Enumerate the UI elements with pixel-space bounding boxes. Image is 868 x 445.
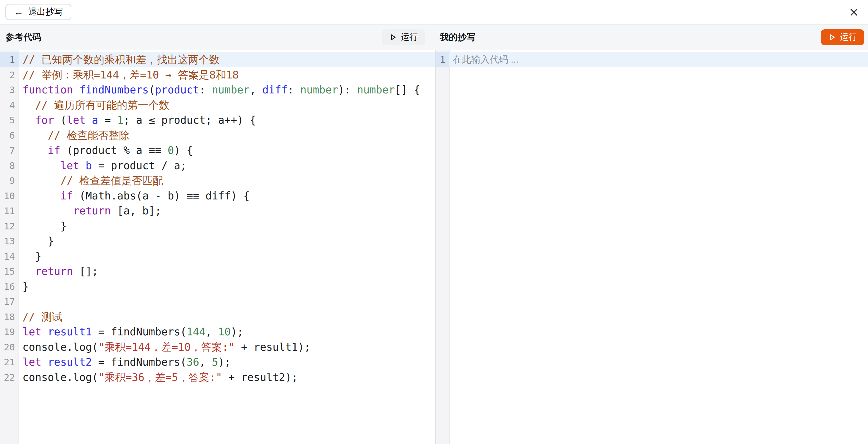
line-number: 3 bbox=[0, 82, 19, 98]
code-line: 22console.log("乘积=36，差=5，答案:" + result2)… bbox=[0, 370, 435, 385]
code-text: if (product % a ≡≡ 0) { bbox=[19, 143, 435, 158]
exit-transcription-button[interactable]: ← 退出抄写 bbox=[5, 4, 71, 20]
exit-button-label: 退出抄写 bbox=[28, 6, 63, 18]
code-text: } bbox=[19, 219, 435, 234]
code-line: 12 } bbox=[0, 219, 435, 234]
code-text: if (Math.abs(a - b) ≡≡ diff) { bbox=[19, 188, 435, 203]
line-number: 21 bbox=[0, 355, 19, 370]
code-text: console.log("乘积=36，差=5，答案:" + result2); bbox=[19, 370, 435, 385]
code-line: 3function findNumbers(product: number, d… bbox=[0, 82, 435, 98]
code-text: function findNumbers(product: number, di… bbox=[19, 82, 435, 98]
line-number: 15 bbox=[0, 264, 19, 279]
code-line: 2// 举例：乘积=144，差=10 → 答案是8和18 bbox=[0, 67, 435, 83]
code-text: let result2 = findNumbers(36, 5); bbox=[19, 355, 435, 370]
line-number: 18 bbox=[0, 309, 19, 325]
code-line: 14 } bbox=[0, 249, 435, 264]
reference-code-title: 参考代码 bbox=[5, 31, 41, 43]
line-number: 12 bbox=[0, 219, 19, 234]
panel-headers: 参考代码 运行 我的抄写 运行 bbox=[0, 25, 868, 50]
run-button-label: 运行 bbox=[840, 31, 857, 43]
line-number: 9 bbox=[0, 173, 19, 188]
play-icon bbox=[828, 33, 836, 41]
line-number: 14 bbox=[0, 249, 19, 264]
code-text: } bbox=[19, 249, 435, 264]
line-number: 1 bbox=[0, 52, 19, 67]
line-number: 17 bbox=[0, 294, 19, 309]
code-text: // 测试 bbox=[19, 309, 435, 325]
run-reference-button[interactable]: 运行 bbox=[382, 29, 425, 45]
code-line: 8 let b = product / a; bbox=[0, 158, 435, 173]
line-number: 11 bbox=[0, 203, 19, 219]
code-text: // 已知两个数的乘积和差，找出这两个数 bbox=[19, 52, 435, 67]
play-icon bbox=[389, 33, 397, 41]
line-number: 4 bbox=[0, 98, 19, 113]
line-number: 22 bbox=[0, 370, 19, 385]
editor-area: 1// 已知两个数的乘积和差，找出这两个数2// 举例：乘积=144，差=10 … bbox=[0, 50, 868, 444]
code-text: let result1 = findNumbers(144, 10); bbox=[19, 324, 435, 340]
run-button-label: 运行 bbox=[401, 31, 418, 43]
code-line: 9 // 检查差值是否匹配 bbox=[0, 173, 435, 188]
code-text: console.log("乘积=144，差=10，答案:" + result1)… bbox=[19, 340, 435, 355]
arrow-left-icon: ← bbox=[14, 7, 23, 17]
code-line: 17 bbox=[0, 294, 435, 309]
code-line: 19let result1 = findNumbers(144, 10); bbox=[0, 324, 435, 340]
code-text bbox=[19, 294, 435, 309]
line-number: 20 bbox=[0, 340, 19, 355]
line-number: 19 bbox=[0, 324, 19, 340]
code-line: 10 if (Math.abs(a - b) ≡≡ diff) { bbox=[0, 188, 435, 203]
line-number: 7 bbox=[0, 143, 19, 158]
code-line: 6 // 检查能否整除 bbox=[0, 128, 435, 143]
code-text: return [a, b]; bbox=[19, 203, 435, 219]
code-text: for (let a = 1; a ≤ product; a++) { bbox=[19, 113, 435, 128]
code-line: 1// 已知两个数的乘积和差，找出这两个数 bbox=[0, 52, 435, 67]
code-line: 16} bbox=[0, 279, 435, 294]
line-number: 13 bbox=[0, 233, 19, 249]
reference-code-header: 参考代码 运行 bbox=[0, 25, 436, 50]
close-icon[interactable]: × bbox=[847, 4, 861, 20]
run-my-code-button[interactable]: 运行 bbox=[821, 29, 864, 45]
code-text: let b = product / a; bbox=[19, 158, 435, 173]
code-line: 20console.log("乘积=144，差=10，答案:" + result… bbox=[0, 340, 435, 355]
reference-code-editor[interactable]: 1// 已知两个数的乘积和差，找出这两个数2// 举例：乘积=144，差=10 … bbox=[0, 50, 436, 444]
line-number: 10 bbox=[0, 188, 19, 203]
code-text: // 检查能否整除 bbox=[19, 128, 435, 143]
line-number: 8 bbox=[0, 158, 19, 173]
code-text: } bbox=[19, 279, 435, 294]
top-bar: ← 退出抄写 × bbox=[0, 0, 868, 25]
code-input-placeholder: 在此输入代码 ... bbox=[449, 52, 868, 67]
code-line: 15 return []; bbox=[0, 264, 435, 279]
my-transcription-title: 我的抄写 bbox=[440, 31, 476, 43]
code-line: 7 if (product % a ≡≡ 0) { bbox=[0, 143, 435, 158]
code-text: // 遍历所有可能的第一个数 bbox=[19, 98, 435, 113]
code-line: 4 // 遍历所有可能的第一个数 bbox=[0, 98, 435, 113]
code-text: return []; bbox=[19, 264, 435, 279]
line-number: 16 bbox=[0, 279, 19, 294]
my-transcription-header: 我的抄写 运行 bbox=[436, 25, 868, 50]
code-line: 13 } bbox=[0, 233, 435, 249]
line-number: 6 bbox=[0, 128, 19, 143]
line-number: 2 bbox=[0, 67, 19, 83]
code-text: } bbox=[19, 233, 435, 249]
line-number: 5 bbox=[0, 113, 19, 128]
code-text: // 检查差值是否匹配 bbox=[19, 173, 435, 188]
my-code-editor[interactable]: 1 在此输入代码 ... bbox=[436, 50, 868, 444]
editor-line[interactable]: 1 在此输入代码 ... bbox=[436, 52, 868, 67]
code-line: 21let result2 = findNumbers(36, 5); bbox=[0, 355, 435, 370]
code-text: // 举例：乘积=144，差=10 → 答案是8和18 bbox=[19, 67, 435, 83]
code-line: 11 return [a, b]; bbox=[0, 203, 435, 219]
line-number: 1 bbox=[436, 52, 449, 67]
code-line: 5 for (let a = 1; a ≤ product; a++) { bbox=[0, 113, 435, 128]
code-line: 18// 测试 bbox=[0, 309, 435, 325]
